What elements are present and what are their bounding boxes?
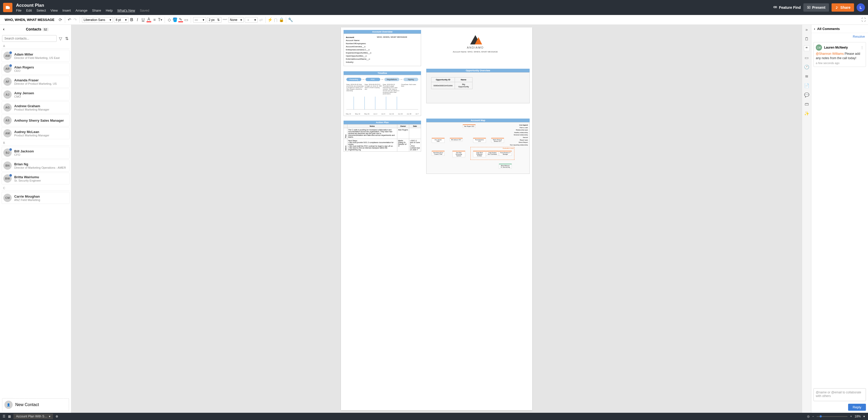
present-rail-icon[interactable]: ▭: [804, 55, 810, 60]
arrow-end-select[interactable]: →▾: [245, 17, 258, 23]
sheet-tab[interactable]: Account Plan With S… ▾: [13, 414, 53, 419]
grid-view-icon[interactable]: ▦: [8, 415, 11, 418]
contact-item[interactable]: BJBill JacksonCFO: [2, 147, 69, 159]
stroke-width-select[interactable]: 2 px⇅: [207, 17, 221, 23]
contact-avatar: BJ: [3, 149, 12, 157]
menu-arrange[interactable]: Arrange: [75, 8, 87, 12]
align-icon[interactable]: ≡: [152, 18, 157, 22]
line-style-select[interactable]: —▾: [193, 17, 206, 23]
shape-fill-icon[interactable]: ◇: [167, 18, 172, 22]
contact-name: Andrew Graham: [14, 104, 68, 108]
sort-icon[interactable]: ⇅: [64, 36, 69, 41]
menu-select[interactable]: Select: [36, 8, 46, 12]
history-icon[interactable]: 🕐: [804, 64, 810, 70]
data-icon[interactable]: 🗃: [804, 101, 810, 107]
comment-rail-icon[interactable]: ❝: [804, 45, 810, 51]
bold-icon[interactable]: B: [129, 18, 134, 22]
menu-share[interactable]: Share: [92, 8, 101, 12]
zoom-dropdown-icon[interactable]: ▾: [863, 415, 865, 418]
ai-icon[interactable]: ✨: [804, 110, 810, 116]
action-plan-table: NotesOwnerDate PlanThe C-suite is pushin…: [344, 124, 421, 152]
filter-icon[interactable]: ▽: [58, 36, 63, 41]
menu-file[interactable]: File: [16, 8, 22, 12]
contact-role: CFO: [14, 153, 68, 156]
zoom-slider[interactable]: [816, 416, 847, 417]
layers-icon[interactable]: ≋: [804, 73, 810, 79]
zoom-value[interactable]: 18%: [855, 415, 861, 418]
contact-item[interactable]: AJAmy JensenCMO: [2, 89, 69, 100]
arrow-start-select[interactable]: None▾: [228, 17, 244, 23]
resolve-button[interactable]: Resolve: [811, 33, 868, 40]
document-title[interactable]: Account Plan: [16, 3, 773, 8]
font-size-select[interactable]: 8 pt▾: [114, 17, 128, 23]
zoom-in-icon[interactable]: +: [850, 415, 852, 418]
feature-find-button[interactable]: Feature Find: [773, 5, 801, 10]
notes-icon[interactable]: 🗒: [804, 36, 810, 42]
comment-mention[interactable]: @Shannon Williams: [816, 52, 844, 56]
swap-icon[interactable]: ⇄: [259, 18, 264, 22]
contact-item[interactable]: AGAndrew GrahamProduct Marketing Manager: [2, 101, 69, 114]
shape-style-icon[interactable]: ▭: [184, 18, 189, 22]
contact-item[interactable]: BNBrian NgDirector of Marketing Operatio…: [2, 160, 69, 171]
chat-icon[interactable]: 💬: [804, 92, 810, 98]
contact-item[interactable]: AFAmanda FraserDirector of Product Marke…: [2, 76, 69, 88]
menu-view[interactable]: View: [51, 8, 58, 12]
contacts-panel: ‹ Contacts 52 ▽ ⇅ AAMAdam MillerDirector…: [0, 25, 71, 413]
present-button[interactable]: Present: [803, 3, 829, 12]
menu-help[interactable]: Help: [106, 8, 113, 12]
svg-point-3: [836, 6, 837, 7]
contact-role: CEO: [14, 69, 68, 72]
back-icon[interactable]: ‹: [3, 27, 4, 32]
person-icon: 👤: [4, 400, 13, 409]
reply-input[interactable]: [813, 388, 866, 401]
contact-name: Adam Miller: [14, 53, 68, 56]
comment-menu-icon[interactable]: ⋮: [861, 46, 864, 49]
zoom-out-icon[interactable]: −: [812, 415, 814, 418]
reply-button[interactable]: Reply: [848, 404, 866, 411]
sync-icon[interactable]: ⟳: [58, 18, 63, 22]
contact-item[interactable]: ASAnthony Sherry Sales Manager: [2, 115, 69, 126]
top-bar: Account Plan File Edit Select View Inser…: [0, 0, 868, 15]
text-color-icon[interactable]: A: [147, 18, 151, 22]
magnet-icon[interactable]: ⋂: [274, 18, 278, 22]
contact-item[interactable]: BWBritta WairiumuSr. Security Engineer: [2, 172, 69, 185]
font-select[interactable]: Liberation Sans▾: [82, 17, 113, 23]
lock-icon[interactable]: 🔒: [279, 18, 284, 22]
document-page[interactable]: Account Overview AccountAccount Name:Num…: [341, 27, 532, 410]
new-contact-button[interactable]: 👤 New Contact: [2, 398, 69, 411]
search-input[interactable]: [2, 35, 57, 42]
contact-item[interactable]: CMCarrie MoughanANZ Field Marketing: [2, 192, 69, 204]
menu-insert[interactable]: Insert: [62, 8, 71, 12]
list-view-icon[interactable]: ☰: [3, 415, 5, 418]
expand-rail-icon[interactable]: »: [804, 27, 810, 33]
bottom-bar: ☰ ▦ Account Plan With S… ▾ ⊕ ◎ − + 18% ▾: [0, 413, 868, 420]
redo-icon[interactable]: ↷: [73, 18, 78, 22]
undo-icon[interactable]: ↶: [67, 18, 72, 22]
account-map-header: Account Map: [426, 119, 530, 122]
contact-name: Alan Rogers: [14, 65, 68, 69]
page-icon-rail[interactable]: 📄: [804, 83, 810, 88]
text-size-icon[interactable]: T▾: [158, 18, 163, 22]
line-curve-icon[interactable]: 〰: [222, 18, 227, 22]
share-button[interactable]: Share: [832, 3, 854, 12]
svg-point-0: [774, 6, 775, 8]
menu-edit[interactable]: Edit: [26, 8, 32, 12]
add-sheet-icon[interactable]: ⊕: [56, 415, 58, 418]
fill-icon[interactable]: 🪣: [173, 18, 177, 22]
italic-icon[interactable]: I: [135, 18, 140, 22]
wrench-icon[interactable]: 🔧: [288, 18, 293, 22]
menu-whats-new[interactable]: What's New: [117, 8, 135, 12]
comment-card[interactable]: LM Lauren McNeely ⋮ @Shannon Williams Pl…: [813, 42, 866, 67]
border-color-icon[interactable]: ✎: [178, 18, 183, 22]
app-logo[interactable]: [3, 3, 12, 12]
canvas-area[interactable]: Account Overview AccountAccount Name:Num…: [71, 25, 802, 413]
underline-icon[interactable]: U: [141, 18, 146, 22]
fullscreen-icon[interactable]: ⛶: [861, 18, 866, 22]
user-avatar[interactable]: L: [857, 3, 865, 12]
contact-item[interactable]: AMAudrey McLeanProduct Marketing Manager: [2, 127, 69, 139]
comments-back-icon[interactable]: ‹: [814, 27, 815, 31]
flash-icon[interactable]: ⚡: [268, 18, 273, 22]
contact-item[interactable]: ARAlan RogersCEO: [2, 63, 69, 75]
zoom-fit-icon[interactable]: ◎: [807, 415, 810, 418]
contact-item[interactable]: AMAdam MillerDirector of Field Marketing…: [2, 50, 69, 62]
